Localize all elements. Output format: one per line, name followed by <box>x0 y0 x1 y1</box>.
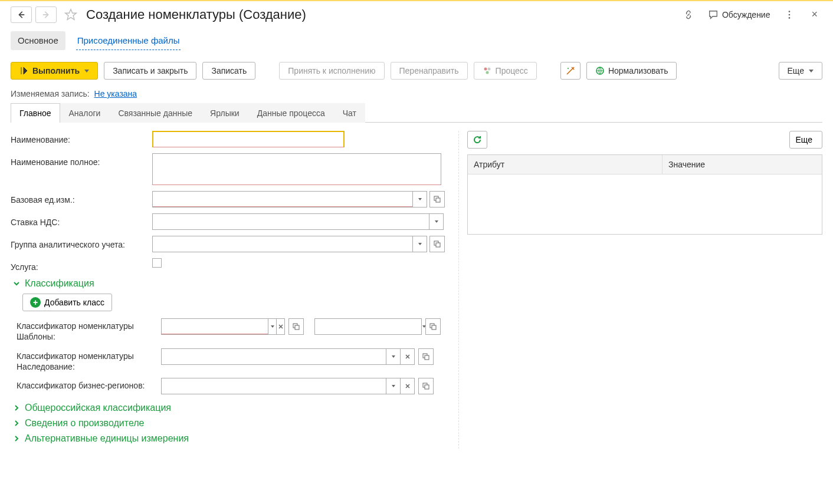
accept-button[interactable]: Принять к исполнению <box>279 62 384 80</box>
col-attribute[interactable]: Атрибут <box>468 155 663 174</box>
right-more-button[interactable]: Еще <box>789 131 823 149</box>
section-manufacturer-label: Сведения о производителе <box>25 418 145 429</box>
subnav-main[interactable]: Основное <box>11 31 65 50</box>
tab-tags[interactable]: Ярлыки <box>201 103 248 123</box>
classifier-templates-open-1[interactable] <box>288 318 304 335</box>
refresh-button[interactable] <box>467 131 487 149</box>
save-close-button[interactable]: Записать и закрыть <box>104 62 196 80</box>
base-unit-input[interactable] <box>153 192 412 207</box>
service-checkbox[interactable] <box>152 258 162 268</box>
vat-rate-input[interactable] <box>153 214 429 229</box>
caret-down-icon <box>809 70 814 73</box>
section-alt-units[interactable]: Альтернативные единицы измерения <box>13 433 452 444</box>
section-classification[interactable]: Классификация <box>13 278 452 289</box>
execute-button[interactable]: Выполнить <box>11 62 98 80</box>
svg-point-1 <box>789 14 791 15</box>
analytic-group-input[interactable] <box>153 236 412 252</box>
chevron-down-icon <box>13 280 20 287</box>
classifier-inherit-open[interactable] <box>418 348 434 365</box>
analytic-group-open[interactable] <box>429 236 445 252</box>
classifier-templates-input-1[interactable] <box>162 319 268 334</box>
tab-analogs[interactable]: Аналоги <box>60 103 110 123</box>
discuss-label: Обсуждение <box>722 10 770 19</box>
wand-icon <box>566 66 575 75</box>
save-button[interactable]: Записать <box>202 62 255 80</box>
process-icon <box>483 66 492 75</box>
section-ru-classification[interactable]: Общероссийская классификация <box>13 403 452 413</box>
classifier-regions-open[interactable] <box>418 378 434 394</box>
classifier-inherit-input[interactable] <box>162 349 386 364</box>
base-unit-dropdown[interactable] <box>412 192 427 207</box>
right-column: Еще Атрибут Значение <box>467 131 822 449</box>
favorite-toggle[interactable] <box>63 6 79 23</box>
svg-rect-11 <box>436 243 440 247</box>
process-button[interactable]: Процесс <box>474 62 537 80</box>
svg-point-5 <box>486 71 488 74</box>
section-classification-label: Классификация <box>25 278 94 289</box>
tab-chat[interactable]: Чат <box>334 103 365 123</box>
redirect-button[interactable]: Перенаправить <box>391 62 468 80</box>
arrow-left-icon <box>17 11 25 19</box>
svg-rect-19 <box>425 385 429 389</box>
add-class-button[interactable]: + Добавить класс <box>22 294 112 311</box>
analytic-group-label: Группа аналитического учета: <box>11 236 152 250</box>
classifier-inherit-dropdown[interactable] <box>386 349 400 364</box>
analytic-group-dropdown[interactable] <box>412 236 427 252</box>
main-toolbar: Выполнить Записать и закрыть Записать Пр… <box>0 58 833 85</box>
back-button[interactable] <box>11 6 32 23</box>
service-label: Услуга: <box>11 258 152 272</box>
classifier-templates-open-2[interactable] <box>425 318 441 335</box>
classifier-inherit-clear[interactable] <box>400 349 414 364</box>
form-area: Наименование: Наименование полное: Базов… <box>0 123 833 457</box>
plus-circle-icon: + <box>30 297 41 308</box>
classifier-templates-dropdown-1[interactable] <box>268 319 276 334</box>
svg-point-6 <box>568 68 569 69</box>
full-name-input[interactable] <box>152 153 441 185</box>
col-value[interactable]: Значение <box>663 155 822 174</box>
execute-label: Выполнить <box>32 66 80 75</box>
close-button[interactable]: × <box>806 6 822 23</box>
changeable-record-link[interactable]: Не указана <box>94 89 137 98</box>
x-icon <box>405 354 410 359</box>
name-input[interactable] <box>152 131 345 147</box>
tabs-bar: Главное Аналоги Связанные данные Ярлыки … <box>11 103 822 123</box>
svg-point-4 <box>487 68 490 71</box>
table-body[interactable] <box>468 174 822 234</box>
caret-down-icon <box>84 70 89 73</box>
forward-button[interactable] <box>35 6 57 23</box>
more-label: Еще <box>788 66 805 75</box>
chevron-right-icon <box>13 435 20 442</box>
classifier-regions-clear[interactable] <box>400 378 414 394</box>
discuss-button[interactable]: Обсуждение <box>706 7 773 22</box>
kebab-menu[interactable] <box>782 7 797 22</box>
caret-down-icon <box>391 384 396 388</box>
base-unit-open[interactable] <box>429 191 445 207</box>
tab-process-data[interactable]: Данные процесса <box>248 103 334 123</box>
add-class-label: Добавить класс <box>44 298 104 307</box>
classifier-templates-input-2[interactable] <box>315 319 421 334</box>
more-button[interactable]: Еще <box>779 62 823 80</box>
svg-point-3 <box>484 68 487 71</box>
classifier-templates-clear-1[interactable] <box>276 319 284 334</box>
svg-rect-15 <box>432 325 436 330</box>
tab-related[interactable]: Связанные данные <box>109 103 201 123</box>
vat-rate-dropdown[interactable] <box>429 214 443 229</box>
section-ru-classification-label: Общероссийская классификация <box>25 403 171 413</box>
classifier-regions-label: Классификатор бизнес-регионов: <box>17 378 161 391</box>
svg-rect-13 <box>295 325 299 330</box>
normalize-button[interactable]: Нормализовать <box>586 62 677 80</box>
link-button[interactable] <box>681 7 696 22</box>
dots-vertical-icon <box>784 9 795 20</box>
normalize-label: Нормализовать <box>608 66 668 75</box>
tab-main[interactable]: Главное <box>11 103 60 123</box>
classifier-regions-input[interactable] <box>162 378 386 394</box>
caret-down-icon <box>418 197 422 202</box>
open-icon <box>434 241 441 248</box>
classifier-inherit-label: Классификатор номенклатуры Наследование: <box>17 348 161 372</box>
magic-button[interactable] <box>560 62 581 80</box>
section-manufacturer[interactable]: Сведения о производителе <box>13 418 452 429</box>
classifier-regions-dropdown[interactable] <box>386 378 400 394</box>
process-label: Процесс <box>496 66 528 75</box>
subnav-attachments[interactable]: Присоединенные файлы <box>76 31 181 50</box>
globe-icon <box>595 66 605 75</box>
